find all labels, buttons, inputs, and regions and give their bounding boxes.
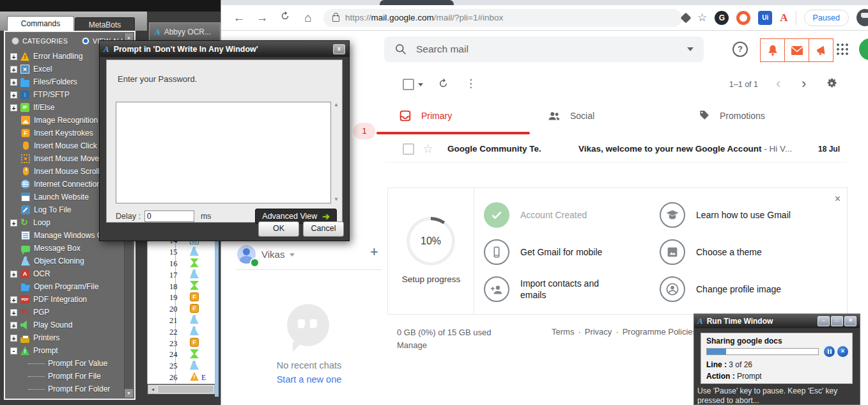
expand-toggle-icon[interactable]: + xyxy=(10,219,17,226)
setup-item[interactable]: Import contacts and emails xyxy=(484,271,660,308)
settings-gear-icon[interactable] xyxy=(825,77,838,92)
delay-input[interactable]: 0 xyxy=(144,210,194,222)
scroll-down-icon[interactable]: ▼ xyxy=(125,389,133,397)
workflow-line[interactable]: 18 xyxy=(148,281,215,292)
new-chat-button[interactable]: + xyxy=(370,244,378,260)
expand-toggle-icon[interactable]: - xyxy=(10,347,17,354)
tree-item[interactable]: Message Box xyxy=(5,242,134,255)
refresh-icon[interactable] xyxy=(437,77,449,92)
tree-item[interactable]: Prompt For Value xyxy=(5,357,134,370)
close-icon[interactable]: × xyxy=(835,193,841,205)
tree-item[interactable]: + PDF Integration xyxy=(5,293,134,306)
extension-uipath-icon[interactable]: Ui xyxy=(758,11,772,25)
maximize-icon[interactable]: □ xyxy=(831,316,843,326)
dialog-titlebar[interactable]: A Prompt in 'Don't Write In Any Window' … xyxy=(100,41,349,57)
expand-toggle-icon[interactable]: + xyxy=(10,335,17,342)
workflow-line[interactable]: 26 E xyxy=(148,372,215,384)
scroll-left-icon[interactable]: ◄ xyxy=(148,385,157,393)
workflow-line[interactable]: 23 xyxy=(148,338,215,349)
setup-item[interactable]: Account Created xyxy=(484,196,660,234)
expand-toggle-icon[interactable]: + xyxy=(10,79,17,86)
expand-toggle-icon[interactable]: + xyxy=(10,322,17,329)
close-icon[interactable]: ✕ xyxy=(844,316,856,326)
browser-tab[interactable] xyxy=(380,0,454,5)
runtime-titlebar[interactable]: A Run Time Window – □ ✕ xyxy=(694,314,860,328)
tab-promotions[interactable]: Promotions xyxy=(697,109,765,122)
email-row[interactable]: ☆ Google Community Te. Vikas, welcome to… xyxy=(384,136,848,163)
workflow-line[interactable]: 21 xyxy=(148,315,215,327)
reload-icon[interactable] xyxy=(277,10,293,25)
manage-storage-link[interactable]: Manage xyxy=(397,339,491,352)
tab-social[interactable]: Social xyxy=(547,109,594,123)
tree-item[interactable]: Prompt For File xyxy=(5,370,134,383)
older-page-icon[interactable]: › xyxy=(802,75,806,92)
extension-orange-icon[interactable] xyxy=(736,11,750,25)
search-bar[interactable]: Search mail xyxy=(384,36,704,62)
search-options-caret-icon[interactable] xyxy=(687,47,694,51)
extension-automation-icon[interactable]: A xyxy=(780,11,787,25)
tree-item[interactable]: - Prompt xyxy=(5,344,134,357)
tree-item[interactable]: + Play Sound xyxy=(5,319,134,331)
workflow-line[interactable]: 19 xyxy=(148,292,215,304)
workflow-line[interactable]: 16 xyxy=(148,258,215,270)
hscroll-thumb[interactable] xyxy=(158,386,213,393)
select-all-checkbox[interactable] xyxy=(403,79,414,90)
expand-toggle-icon[interactable]: + xyxy=(10,66,17,73)
browser-profile-avatar[interactable] xyxy=(856,9,868,26)
workflow-line[interactable]: 24 xyxy=(148,349,215,361)
address-bar[interactable]: https://mail.google.com/mail/?pli=1#inbo… xyxy=(323,9,682,27)
lock-icon[interactable] xyxy=(332,15,339,22)
workflow-line[interactable]: 20 xyxy=(148,304,215,315)
star-icon[interactable]: ☆ xyxy=(422,141,433,156)
tree-item[interactable]: Prompt For Folder xyxy=(5,383,134,395)
hangouts-caret-icon[interactable] xyxy=(290,253,295,257)
account-avatar[interactable] xyxy=(859,38,868,60)
tree-item[interactable]: Open Program/File xyxy=(5,280,134,293)
bell-icon[interactable] xyxy=(760,38,785,62)
taskbar-tab-abbyy-ocr[interactable]: A Abbyy OCR... xyxy=(149,22,221,40)
expand-toggle-icon[interactable]: + xyxy=(10,91,17,99)
url-text[interactable]: https://mail.google.com/mail/?pli=1#inbo… xyxy=(345,13,503,22)
tab-commands[interactable]: Commands xyxy=(7,16,74,31)
minimize-icon[interactable]: – xyxy=(818,316,830,326)
back-icon[interactable]: ← xyxy=(231,11,247,25)
select-caret-icon[interactable] xyxy=(418,83,423,86)
tree-item[interactable]: + Printers xyxy=(5,331,134,344)
forward-icon[interactable]: → xyxy=(254,11,270,25)
setup-item[interactable]: Change profile image xyxy=(660,271,835,308)
paused-badge[interactable]: Paused xyxy=(804,10,849,26)
email-checkbox[interactable] xyxy=(403,143,414,155)
footer-link[interactable]: Terms xyxy=(552,327,574,337)
cancel-button[interactable]: Cancel xyxy=(303,221,344,237)
close-icon[interactable]: x xyxy=(333,44,345,54)
textarea-scrollbar[interactable]: ▲▼ xyxy=(332,102,341,202)
stop-button[interactable]: × xyxy=(837,346,848,357)
expand-toggle-icon[interactable]: + xyxy=(10,296,17,303)
setup-item[interactable]: Learn how to use Gmail xyxy=(660,196,835,234)
expand-toggle-icon[interactable]: + xyxy=(10,104,17,111)
workflow-line[interactable]: 22 xyxy=(148,326,215,338)
newer-page-icon[interactable]: ‹ xyxy=(776,75,780,92)
expand-toggle-icon[interactable]: + xyxy=(10,53,17,60)
workflow-line[interactable]: 15 xyxy=(148,247,215,258)
envelope-icon[interactable] xyxy=(785,38,809,62)
tree-item[interactable]: + OCR xyxy=(5,267,134,280)
more-options-icon[interactable]: ⋮ xyxy=(465,77,476,90)
hangouts-user-name[interactable]: Vikas xyxy=(261,249,284,260)
megaphone-icon[interactable] xyxy=(809,38,833,62)
start-new-chat-link[interactable]: Start a new one xyxy=(231,374,387,385)
pause-button[interactable] xyxy=(824,346,835,357)
ok-button[interactable]: OK xyxy=(258,221,299,237)
home-icon[interactable]: ⌂ xyxy=(300,11,316,25)
workflow-line[interactable]: 17 xyxy=(148,269,215,281)
tree-item[interactable]: + PGP xyxy=(5,306,134,319)
workflow-line[interactable]: 25 xyxy=(148,361,215,372)
horizontal-scrollbar[interactable]: ◄ xyxy=(148,385,215,394)
google-apps-grid-icon[interactable] xyxy=(837,44,848,55)
search-icon[interactable] xyxy=(394,43,407,56)
password-input-area[interactable] xyxy=(116,102,331,203)
footer-link[interactable]: Privacy xyxy=(574,327,612,337)
setup-item[interactable]: Get Gmail for mobile xyxy=(484,234,660,271)
footer-link[interactable]: Programme Policies xyxy=(612,327,697,337)
setup-item[interactable]: Choose a theme xyxy=(660,234,835,271)
